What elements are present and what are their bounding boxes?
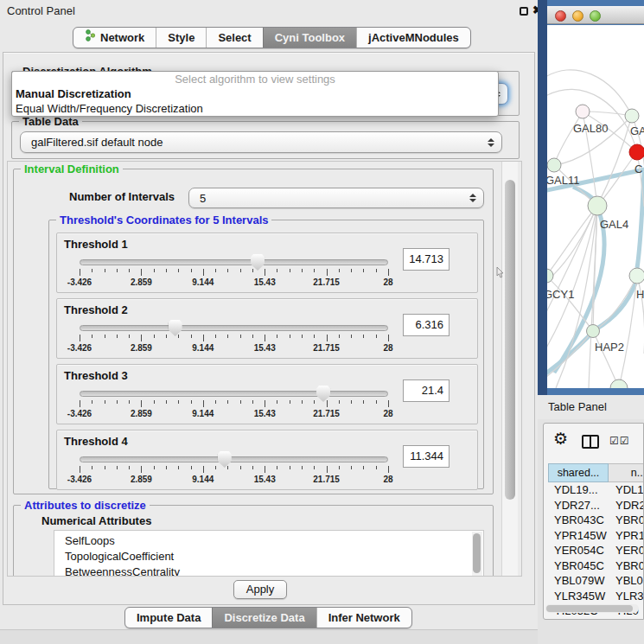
horizontal-scrollbar[interactable]	[545, 604, 639, 613]
top-tab-bar: Network Style Select Cyni Toolbox jActiv…	[73, 27, 471, 48]
network-node-label: GAL11	[547, 174, 580, 187]
table-row[interactable]: YPR145WYPR1	[548, 528, 644, 544]
table-row[interactable]: YER054CYER0	[548, 543, 644, 558]
tab-discretize-data[interactable]: Discretize Data	[212, 608, 316, 628]
slider-tick	[227, 400, 228, 404]
tab-label: Style	[168, 28, 194, 48]
network-node[interactable]	[629, 268, 644, 284]
tab-infer-network[interactable]: Infer Network	[316, 608, 411, 628]
dropdown-option-equal-width[interactable]: Equal Width/Frequency Discretization	[12, 101, 498, 116]
threshold-label: Threshold 1	[64, 238, 128, 251]
scrollbar-thumb[interactable]	[505, 180, 515, 500]
slider-tick	[215, 400, 216, 404]
tab-cyni-toolbox[interactable]: Cyni Toolbox	[263, 28, 356, 48]
columns-icon[interactable]	[582, 435, 599, 449]
right-region: GAL80GACGAL11GAL4GCY1HHAP2 Table Panel ⚙…	[538, 0, 644, 644]
network-node-label: GAL4	[600, 218, 628, 231]
threshold-value-field[interactable]: 6.316	[403, 314, 450, 336]
slider-tick	[92, 269, 92, 272]
slider-track[interactable]	[80, 391, 388, 397]
slider-tick	[105, 466, 105, 469]
tab-style[interactable]: Style	[156, 28, 206, 48]
slider-tick	[302, 269, 303, 272]
dropdown-option-manual[interactable]: Manual Discretization	[12, 86, 498, 101]
slider-tick	[154, 400, 155, 404]
slider-tick	[117, 400, 118, 404]
cell-shared-name: YDR27...	[548, 498, 609, 513]
network-node[interactable]	[588, 196, 607, 215]
slider-tick-label-row: -3.4262.8599.14415.4321.71528	[80, 409, 388, 419]
slider-tick	[327, 400, 328, 407]
slider-tick	[339, 466, 340, 469]
network-node[interactable]	[587, 325, 600, 338]
minimize-traffic-light[interactable]	[572, 10, 583, 22]
tab-impute-data[interactable]: Impute Data	[125, 608, 212, 628]
checkbox-icons[interactable]: ☑☑	[609, 435, 630, 447]
list-scrollbar[interactable]	[472, 532, 482, 577]
table-row[interactable]: YDR27...YDR2	[548, 498, 644, 513]
gear-icon[interactable]: ⚙	[553, 430, 568, 448]
slider-tick-label: 9.144	[192, 343, 214, 353]
table-row[interactable]: YDL19...YDL1	[548, 482, 644, 498]
slider-tick	[376, 335, 377, 338]
slider-tick	[154, 269, 155, 272]
cell-shared-name: YLR345W	[548, 589, 609, 604]
apply-button[interactable]: Apply	[233, 580, 287, 599]
slider-tick-label: 28	[383, 409, 392, 418]
combo-stepper-icon	[469, 192, 476, 204]
numerical-attributes-list: SelfLoopsTopologicalCoefficientBetweenne…	[54, 530, 484, 577]
list-scrollbar-thumb[interactable]	[473, 533, 481, 573]
tab-label: jActiveMNodules	[368, 28, 459, 48]
table-row[interactable]: YLR345WYLR3	[548, 589, 644, 604]
slider-tick-label: 2.859	[131, 277, 152, 287]
tab-select[interactable]: Select	[206, 28, 262, 48]
num-intervals-combo[interactable]: 5	[188, 188, 484, 208]
threshold-value-field[interactable]: 11.344	[403, 445, 450, 468]
slider-tick	[265, 335, 265, 341]
combo-value: 5	[200, 192, 206, 205]
slider-tick	[203, 269, 204, 276]
threshold-label: Threshold 2	[64, 303, 128, 316]
table-data-combo[interactable]: galFiltered.sif default node	[20, 131, 502, 153]
network-node[interactable]	[625, 109, 639, 123]
network-node[interactable]	[610, 379, 628, 388]
table-row[interactable]: YBR043CYBR0	[548, 513, 644, 528]
tab-label: Cyni Toolbox	[275, 28, 345, 48]
tab-network[interactable]: Network	[73, 28, 156, 48]
tab-jactivemnodules[interactable]: jActiveMNodules	[356, 28, 470, 48]
slider-tick-label-row: -3.4262.8599.14415.4321.71528	[80, 277, 388, 288]
column-header-name[interactable]: n...	[609, 463, 644, 482]
settings-scroll-area: Interval Definition Number of Intervals …	[7, 161, 522, 577]
slider-tick	[240, 269, 241, 272]
scrollbar-thumb[interactable]	[546, 605, 633, 612]
attribute-item[interactable]: BetweennessCentrality	[54, 564, 483, 577]
slider-track[interactable]	[80, 259, 388, 265]
slider-track[interactable]	[80, 325, 388, 331]
attribute-item[interactable]: SelfLoops	[54, 533, 483, 549]
table-row[interactable]: YBR045CYBR0	[548, 558, 644, 574]
zoom-traffic-light[interactable]	[590, 10, 601, 22]
slider-tick-label-row: -3.4262.8599.14415.4321.71528	[80, 343, 388, 354]
network-window-frame	[538, 0, 547, 395]
slider-tick-label: 15.43	[254, 409, 276, 418]
slider-tick	[363, 400, 364, 404]
threshold-value-field[interactable]: 14.713	[403, 248, 450, 271]
float-window-icon[interactable]	[520, 7, 528, 16]
attribute-item[interactable]: TopologicalCoefficient	[54, 549, 483, 564]
slider-tick	[290, 335, 290, 338]
network-node[interactable]	[547, 269, 553, 283]
network-node[interactable]	[576, 105, 590, 118]
network-canvas[interactable]: GAL80GACGAL11GAL4GCY1HHAP2	[547, 25, 644, 388]
close-traffic-light[interactable]	[555, 10, 566, 22]
group-title: Threshold's Coordinates for 5 Intervals	[56, 214, 271, 226]
cell-shared-name: YBL079W	[548, 573, 609, 589]
slider-track[interactable]	[80, 456, 388, 462]
network-node[interactable]	[629, 144, 644, 160]
slider-tick	[265, 466, 265, 473]
threshold-value-field[interactable]: 21.4	[403, 379, 450, 402]
column-header-shared[interactable]: shared...	[548, 463, 609, 482]
table-row[interactable]: YBL079WYBL0	[548, 573, 644, 589]
vertical-scrollbar[interactable]	[501, 162, 518, 576]
network-window-titlebar[interactable]	[547, 6, 644, 24]
network-node[interactable]	[547, 158, 561, 172]
